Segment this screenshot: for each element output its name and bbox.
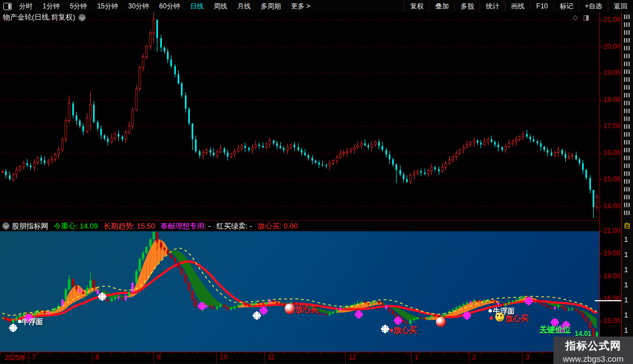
- signal-text: 放心买: [295, 305, 319, 315]
- axis-tick: [600, 276, 603, 277]
- toolbar-action-7[interactable]: +自选: [579, 2, 608, 11]
- minor-tick: [62, 352, 62, 354]
- side-panel-edge[interactable]: 自 11111111: [621, 12, 633, 364]
- signal-text: 牛浮面: [21, 317, 43, 327]
- minor-tick: [86, 352, 87, 354]
- value-line-marker: [595, 300, 623, 301]
- period-tab-8[interactable]: 月线: [232, 2, 255, 11]
- time-label-7: 1: [415, 353, 418, 361]
- signal-text: 放心买: [394, 325, 417, 335]
- time-label-0: 2025年: [4, 353, 26, 363]
- toolbar-action-1[interactable]: 叠加: [429, 2, 454, 11]
- minor-tick: [505, 352, 506, 354]
- strip-price-digit: 1: [624, 326, 628, 334]
- axis-tick: [600, 100, 603, 100]
- minor-tick: [173, 352, 173, 354]
- period-tab-2[interactable]: 5分钟: [65, 2, 92, 11]
- diamond-icon[interactable]: ◇: [573, 13, 578, 21]
- period-tab-6[interactable]: 日线: [185, 2, 208, 11]
- minor-tick: [530, 352, 530, 354]
- period-tab-10[interactable]: 更多 >: [286, 2, 315, 11]
- month-separator: [469, 352, 469, 363]
- indicator-canvas[interactable]: [0, 231, 599, 352]
- signal-markers-layer: 牛浮面放心买放心买牛浮面放心买关键价位14.01: [0, 0, 9, 9]
- minor-tick: [518, 352, 518, 354]
- title-corner-icons: ◇ ◨: [573, 13, 589, 21]
- toolbar-action-4[interactable]: 画线: [505, 2, 530, 11]
- minor-tick: [419, 352, 420, 354]
- dot-marker: [490, 316, 493, 320]
- toolbar-action-2[interactable]: 多股: [454, 2, 480, 11]
- minor-tick: [246, 352, 247, 354]
- time-label-8: 2: [472, 353, 476, 361]
- toolbar-action-6[interactable]: 标记: [553, 2, 579, 11]
- period-tab-3[interactable]: 15分钟: [92, 2, 123, 11]
- minor-tick: [407, 352, 407, 354]
- axis-price-label: 19.50: [603, 249, 620, 257]
- minor-tick: [37, 352, 38, 354]
- smiley-icon: [495, 312, 504, 321]
- minor-tick: [333, 352, 333, 354]
- month-separator: [345, 352, 346, 363]
- minor-tick: [111, 352, 111, 354]
- axis-tick: [600, 321, 603, 321]
- flower-marker: [11, 326, 15, 330]
- main-candlestick-canvas[interactable]: [0, 12, 599, 220]
- time-label-6: 12: [348, 353, 356, 361]
- month-separator: [153, 352, 154, 363]
- minor-tick: [74, 352, 75, 354]
- axis-price-label: 18.00: [603, 272, 620, 280]
- strip-price-digit: 1: [624, 296, 628, 304]
- axis-price-label: 15.00: [603, 317, 620, 325]
- minor-tick: [370, 352, 370, 354]
- period-tab-4[interactable]: 30分钟: [123, 2, 154, 11]
- period-tab-5[interactable]: 60分钟: [154, 2, 185, 11]
- watermark-url: www.zbgs3.com: [553, 354, 633, 363]
- toolbar-action-3[interactable]: 统计: [480, 2, 505, 11]
- minor-tick: [259, 352, 259, 354]
- toolbar-actions: 复权叠加多股统计画线F10标记+自选返回: [404, 2, 633, 11]
- axis-tick: [600, 298, 603, 299]
- flower-marker: [396, 319, 400, 323]
- period-tab-7[interactable]: 周线: [208, 2, 232, 11]
- time-label-2: 8: [95, 353, 99, 361]
- ball-icon: [285, 304, 295, 314]
- axis-price-label: 18.00: [603, 96, 620, 104]
- minor-tick: [456, 352, 457, 354]
- toolbar-action-0[interactable]: 复权: [404, 2, 429, 11]
- chevron-down-icon[interactable]: [78, 14, 86, 21]
- trading-app-window: 分时1分钟5分钟15分钟30分钟60分钟日线周线月线多周期更多 > 复权叠加多股…: [0, 0, 633, 364]
- minor-tick: [185, 352, 185, 354]
- period-tab-1[interactable]: 1分钟: [38, 2, 65, 11]
- month-separator: [92, 352, 92, 363]
- side-tab-label: 自: [623, 221, 631, 231]
- axis-tick: [600, 179, 603, 180]
- indicator-field-3: 红买绿卖: -: [216, 221, 252, 231]
- strip-price-digit: 1: [624, 265, 628, 274]
- toolbar-action-8[interactable]: 返回: [608, 2, 633, 11]
- axis-tick: [600, 153, 603, 153]
- clipped-vertical-text: [624, 15, 630, 216]
- time-label-9: 3: [525, 353, 529, 361]
- axis-price-label: 19.00: [603, 69, 620, 77]
- watermark-box: 指标公式网 www.zbgs3.com: [553, 337, 633, 364]
- minor-tick: [49, 352, 50, 354]
- minor-tick: [357, 352, 358, 354]
- month-separator: [411, 352, 412, 363]
- chart-title-row: 物产金轮(日线.前复权) ◇ ◨: [0, 12, 633, 22]
- minor-tick: [493, 352, 494, 354]
- flower-marker: [255, 314, 259, 318]
- minor-tick: [197, 352, 198, 354]
- axis-price-label: 20.00: [603, 43, 620, 50]
- axis-price-label: 14.00: [603, 202, 620, 210]
- period-tab-9[interactable]: 多周期: [255, 2, 286, 11]
- panel-toggle-icon[interactable]: ◨: [583, 13, 589, 21]
- period-tab-0[interactable]: 分时: [14, 2, 38, 11]
- time-label-5: 11: [268, 353, 274, 361]
- flower-marker: [527, 299, 530, 303]
- watermark-title: 指标公式网: [553, 339, 633, 353]
- signal-text: 关键价位: [539, 325, 571, 335]
- toolbar-action-5[interactable]: F10: [530, 2, 553, 10]
- indicator-field-1: 长期趋势: 15.50: [104, 221, 155, 231]
- indicator-collapse-icon[interactable]: [2, 222, 10, 230]
